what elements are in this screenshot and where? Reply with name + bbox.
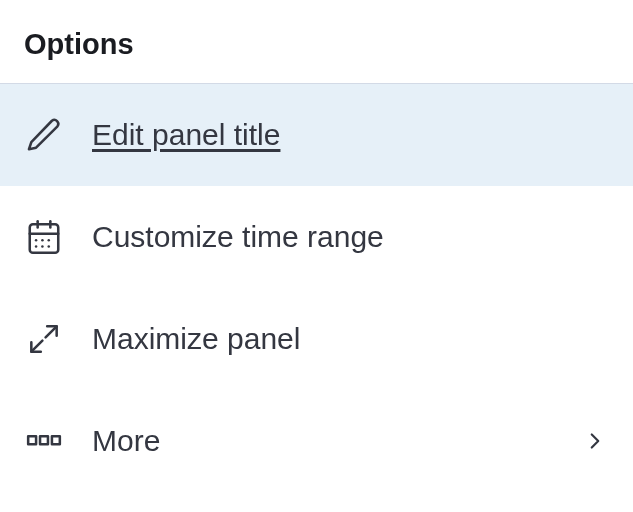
menu-item-more[interactable]: More xyxy=(0,390,633,492)
chevron-right-icon xyxy=(581,427,609,455)
pencil-icon xyxy=(24,115,64,155)
svg-rect-14 xyxy=(52,436,60,444)
menu-item-maximize-panel[interactable]: Maximize panel xyxy=(0,288,633,390)
svg-line-11 xyxy=(31,341,42,352)
menu-item-edit-panel-title[interactable]: Edit panel title xyxy=(0,84,633,186)
calendar-icon xyxy=(24,217,64,257)
svg-line-10 xyxy=(46,326,57,337)
options-header: Options xyxy=(0,0,633,84)
svg-rect-0 xyxy=(30,224,59,253)
menu-label-customize-time-range: Customize time range xyxy=(92,220,609,254)
expand-icon xyxy=(24,319,64,359)
boxes-icon xyxy=(24,421,64,461)
svg-rect-13 xyxy=(40,436,48,444)
menu-label-maximize-panel: Maximize panel xyxy=(92,322,609,356)
menu-label-edit-panel-title: Edit panel title xyxy=(92,118,609,152)
menu-label-more: More xyxy=(92,424,553,458)
svg-rect-12 xyxy=(28,436,36,444)
options-title: Options xyxy=(24,28,609,61)
menu-item-customize-time-range[interactable]: Customize time range xyxy=(0,186,633,288)
